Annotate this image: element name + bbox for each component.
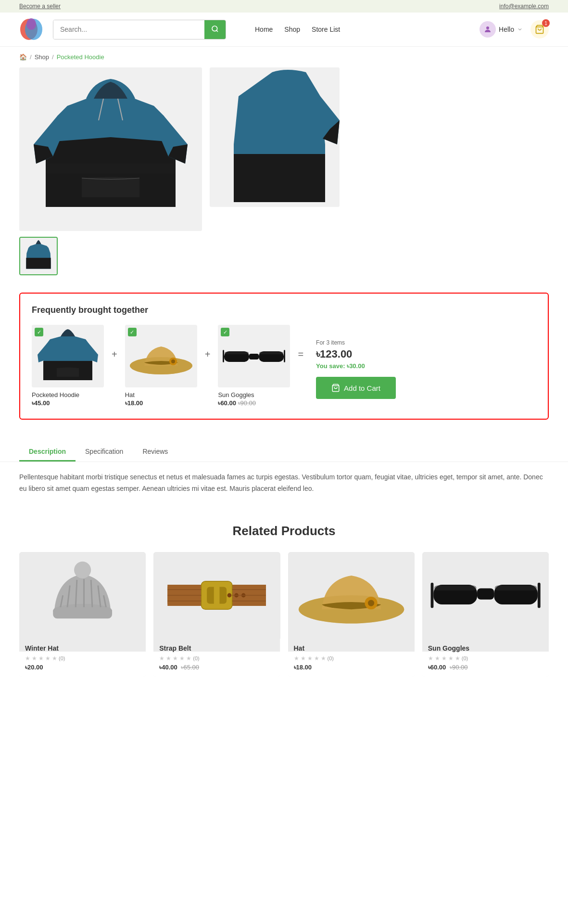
fbt-item-2-price: ৳18.00 [125,399,143,407]
cart-button[interactable]: 1 [530,20,549,38]
user-area[interactable]: Hello [480,21,523,38]
fbt-item-3-old-price: ৳90.00 [238,399,256,407]
fbt-products: ✓ Pocketed Hoodie ৳45.00 + ✓ [32,325,536,407]
fbt-check-1[interactable]: ✓ [35,328,43,336]
breadcrumb-sep2: / [52,53,54,61]
svg-point-56 [367,600,374,606]
related-card-2[interactable]: Strap Belt ★ ★ ★ ★ ★ (0) ৳40.00 ৳65.00 [153,552,280,677]
logo[interactable] [19,17,43,41]
fbt-item-2-name: Hat [125,391,135,398]
fbt-item-1-image[interactable]: ✓ [32,325,104,387]
svg-rect-58 [430,582,433,608]
related-card-1[interactable]: Winter Hat ★ ★ ★ ★ ★ (0) ৳20.00 [19,552,146,677]
svg-rect-42 [214,585,220,606]
fbt-item-3-price: ৳60.00 ৳90.00 [218,399,256,407]
related-card-4-stars: ★ ★ ★ ★ ★ (0) [428,655,543,662]
svg-point-45 [227,593,232,597]
related-card-1-reviews: (0) [59,655,65,661]
svg-point-15 [130,357,192,374]
fbt-item-2: ✓ Hat ৳18.00 [125,325,197,407]
svg-point-2 [26,18,36,30]
related-card-1-price: ৳20.00 [25,664,140,671]
related-card-3-reviews: (0) [328,655,334,661]
star1: ★ [25,655,30,662]
breadcrumb-sep1: / [30,53,32,61]
svg-rect-19 [223,350,224,362]
svg-rect-63 [434,585,477,590]
breadcrumb-shop[interactable]: Shop [35,53,49,61]
star4: ★ [45,655,50,662]
related-card-1-stars: ★ ★ ★ ★ ★ (0) [25,655,140,662]
email-link[interactable]: info@example.com [499,3,549,10]
fbt-item-3-name: Sun Goggles [218,391,254,398]
product-image-side[interactable] [210,67,340,207]
related-card-4-reviews: (0) [462,655,468,661]
svg-rect-59 [538,582,541,608]
related-card-4-image [422,552,549,639]
related-card-4-old-price: ৳90.00 [450,664,468,671]
breadcrumb: 🏠 / Shop / Pocketed Hoodie [0,47,568,67]
related-card-3[interactable]: Hat ★ ★ ★ ★ ★ (0) ৳18.00 [288,552,415,677]
thumbnail-1[interactable] [19,237,58,275]
related-card-4[interactable]: Sun Goggles ★ ★ ★ ★ ★ (0) ৳60.00 ৳90.00 [422,552,549,677]
fbt-equals: = [295,349,306,360]
tab-description[interactable]: Description [19,443,76,462]
header-right: Hello 1 [480,20,549,38]
svg-point-5 [486,26,489,29]
svg-rect-23 [249,354,259,359]
fbt-item-2-image[interactable]: ✓ [125,325,197,387]
related-card-2-reviews: (0) [193,655,199,661]
fbt-check-3[interactable]: ✓ [221,328,229,336]
fbt-item-3-image[interactable]: ✓ [218,325,290,387]
tab-specification[interactable]: Specification [76,443,133,462]
star5: ★ [52,655,57,662]
product-tabs: Description Specification Reviews [0,431,568,462]
related-card-2-image [153,552,280,639]
nav-shop[interactable]: Shop [284,26,300,33]
search-button[interactable] [204,20,226,39]
fbt-save: You save: ৳30.00 [316,362,365,370]
svg-line-4 [216,30,218,32]
nav-home[interactable]: Home [255,26,273,33]
fbt-title: Frequently brought together [32,305,536,315]
fbt-total-price: ৳123.00 [316,348,352,360]
fbt-plus-2: + [202,349,214,360]
tabs-nav: Description Specification Reviews [19,443,549,462]
main-product-image[interactable] [19,67,202,231]
user-avatar [480,21,496,38]
svg-rect-37 [53,607,112,618]
add-to-cart-button[interactable]: Add to Cart [316,377,396,399]
main-nav: Home Shop Store List [255,26,340,33]
fbt-plus-1: + [109,349,120,360]
thumbnails [0,231,568,281]
svg-point-3 [212,26,217,31]
add-to-cart-label: Add to Cart [344,384,380,392]
nav-store-list[interactable]: Store List [312,26,340,33]
related-card-3-image [288,552,415,639]
related-card-2-stars: ★ ★ ★ ★ ★ (0) [159,655,274,662]
star3: ★ [38,655,44,662]
related-card-4-price: ৳60.00 ৳90.00 [428,664,543,671]
become-seller-link[interactable]: Become a seller [19,3,61,10]
svg-rect-62 [477,588,494,599]
fbt-check-2[interactable]: ✓ [128,328,137,336]
related-card-2-old-price: ৳65.00 [181,664,199,671]
tab-content-description: Pellentesque habitant morbi tristique se… [0,462,568,504]
related-card-3-price: ৳18.00 [294,664,409,671]
svg-point-17 [171,359,175,363]
breadcrumb-home[interactable]: 🏠 [19,53,27,61]
header: Home Shop Store List Hello 1 [0,13,568,47]
svg-rect-20 [284,350,285,362]
fbt-section: Frequently brought together ✓ Pocketed H… [19,293,549,420]
top-bar: Become a seller info@example.com [0,0,568,13]
fbt-summary: For 3 items ৳123.00 You save: ৳30.00 Add… [316,339,396,399]
svg-rect-64 [494,585,537,590]
tab-reviews[interactable]: Reviews [133,443,177,462]
search-input[interactable] [53,20,204,39]
product-images [0,67,568,231]
fbt-item-1-price: ৳45.00 [32,399,50,407]
svg-point-36 [74,561,91,578]
fbt-for-items: For 3 items [316,339,345,346]
svg-rect-24 [225,352,249,354]
fbt-item-1: ✓ Pocketed Hoodie ৳45.00 [32,325,104,407]
